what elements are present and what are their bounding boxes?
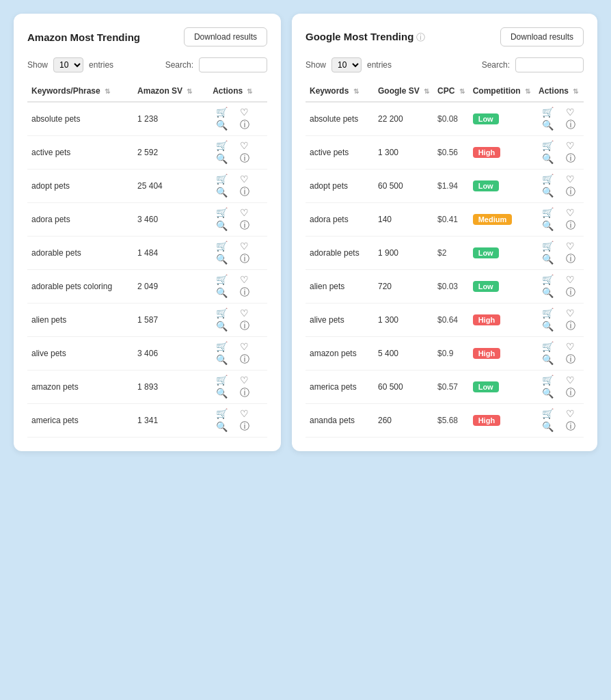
cart-icon[interactable]: 🛒	[213, 107, 231, 118]
cart-icon[interactable]: 🛒	[213, 274, 231, 285]
cart-icon[interactable]: 🛒	[213, 207, 231, 218]
cart-icon[interactable]: 🛒	[539, 408, 557, 419]
cart-icon[interactable]: 🛒	[539, 107, 557, 118]
search-icon[interactable]: 🔍	[213, 420, 231, 433]
cart-icon[interactable]: 🛒	[539, 174, 557, 185]
search-icon[interactable]: 🔍	[539, 420, 557, 433]
heart-icon[interactable]: ♡	[235, 341, 254, 352]
search-icon[interactable]: 🔍	[539, 320, 557, 332]
info-icon[interactable]: ⓘ	[235, 286, 254, 299]
amazon-table-controls: Show 10 25 50 entries Search:	[27, 57, 267, 72]
heart-icon[interactable]: ♡	[561, 375, 580, 386]
competition-badge: High	[473, 314, 500, 325]
info-icon[interactable]: ⓘ	[235, 119, 254, 131]
amazon-download-button[interactable]: Download results	[184, 27, 267, 46]
heart-icon[interactable]: ♡	[235, 274, 254, 285]
sort-icon[interactable]: ⇅	[187, 88, 192, 95]
heart-icon[interactable]: ♡	[235, 140, 254, 151]
heart-icon[interactable]: ♡	[235, 375, 254, 386]
heart-icon[interactable]: ♡	[561, 341, 580, 352]
info-icon[interactable]: ⓘ	[561, 353, 580, 366]
google-entries-select[interactable]: 10 25 50	[331, 57, 362, 72]
info-icon[interactable]: ⓘ	[561, 152, 580, 165]
search-icon[interactable]: 🔍	[213, 186, 231, 198]
search-icon[interactable]: 🔍	[213, 286, 231, 299]
cart-icon[interactable]: 🛒	[213, 308, 231, 319]
search-icon[interactable]: 🔍	[213, 353, 231, 366]
sort-icon[interactable]: ⇅	[247, 88, 252, 95]
info-icon[interactable]: ⓘ	[235, 186, 254, 198]
search-icon[interactable]: 🔍	[213, 219, 231, 232]
info-icon[interactable]: ⓘ	[561, 420, 580, 433]
search-icon[interactable]: 🔍	[539, 253, 557, 265]
heart-icon[interactable]: ♡	[561, 207, 580, 218]
sort-icon[interactable]: ⇅	[424, 88, 429, 95]
cart-icon[interactable]: 🛒	[539, 375, 557, 386]
heart-icon[interactable]: ♡	[235, 174, 254, 185]
sort-icon[interactable]: ⇅	[459, 88, 465, 95]
search-icon[interactable]: 🔍	[213, 320, 231, 332]
sv-cell: 3 406	[133, 337, 208, 371]
info-icon[interactable]: ⓘ	[235, 420, 254, 433]
search-icon[interactable]: 🔍	[539, 119, 557, 131]
heart-icon[interactable]: ♡	[561, 274, 580, 285]
heart-icon[interactable]: ♡	[561, 140, 580, 151]
search-icon[interactable]: 🔍	[213, 119, 231, 131]
search-icon[interactable]: 🔍	[539, 353, 557, 366]
cart-icon[interactable]: 🛒	[213, 140, 231, 151]
heart-icon[interactable]: ♡	[561, 408, 580, 419]
info-icon[interactable]: ⓘ	[561, 387, 580, 399]
cart-icon[interactable]: 🛒	[539, 274, 557, 285]
info-icon[interactable]: ⓘ	[235, 320, 254, 332]
search-icon[interactable]: 🔍	[213, 387, 231, 399]
heart-icon[interactable]: ♡	[235, 207, 254, 218]
heart-icon[interactable]: ♡	[561, 174, 580, 185]
cart-icon[interactable]: 🛒	[539, 308, 557, 319]
google-search-input[interactable]	[515, 57, 584, 72]
google-download-button[interactable]: Download results	[500, 27, 584, 46]
info-icon[interactable]: ⓘ	[235, 353, 254, 366]
actions-cell: 🛒 ♡ 🔍 ⓘ	[534, 404, 584, 438]
search-icon[interactable]: 🔍	[539, 186, 557, 198]
search-icon[interactable]: 🔍	[539, 387, 557, 399]
heart-icon[interactable]: ♡	[561, 107, 580, 118]
search-icon[interactable]: 🔍	[539, 286, 557, 299]
info-icon[interactable]: ⓘ	[235, 387, 254, 399]
info-icon[interactable]: ⓘ	[561, 119, 580, 131]
cart-icon[interactable]: 🛒	[539, 140, 557, 151]
cart-icon[interactable]: 🛒	[539, 207, 557, 218]
heart-icon[interactable]: ♡	[235, 408, 254, 419]
cart-icon[interactable]: 🛒	[539, 341, 557, 352]
heart-icon[interactable]: ♡	[561, 241, 580, 252]
info-icon[interactable]: ⓘ	[561, 186, 580, 198]
cart-icon[interactable]: 🛒	[213, 341, 231, 352]
amazon-search-input[interactable]	[199, 57, 267, 72]
info-icon[interactable]: ⓘ	[235, 219, 254, 232]
search-icon[interactable]: 🔍	[539, 152, 557, 165]
info-icon[interactable]: ⓘ	[561, 286, 580, 299]
cart-icon[interactable]: 🛒	[213, 241, 231, 252]
sort-icon[interactable]: ⇅	[105, 88, 110, 95]
info-icon[interactable]: ⓘ	[235, 152, 254, 165]
info-icon[interactable]: ⓘ	[235, 253, 254, 265]
info-icon[interactable]: ⓘ	[561, 320, 580, 332]
heart-icon[interactable]: ♡	[235, 107, 254, 118]
table-row: ananda pets 260 $5.68 High 🛒 ♡ 🔍 ⓘ	[306, 404, 584, 438]
cpc-cell: $0.08	[433, 102, 469, 136]
search-icon[interactable]: 🔍	[213, 253, 231, 265]
search-icon[interactable]: 🔍	[539, 219, 557, 232]
sort-icon[interactable]: ⇅	[525, 88, 530, 95]
heart-icon[interactable]: ♡	[235, 308, 254, 319]
heart-icon[interactable]: ♡	[235, 241, 254, 252]
amazon-entries-select[interactable]: 10 25 50	[53, 57, 83, 72]
search-icon[interactable]: 🔍	[213, 152, 231, 165]
cart-icon[interactable]: 🛒	[213, 408, 231, 419]
cart-icon[interactable]: 🛒	[539, 241, 557, 252]
cart-icon[interactable]: 🛒	[213, 174, 231, 185]
sort-icon[interactable]: ⇅	[573, 88, 578, 95]
cart-icon[interactable]: 🛒	[213, 375, 231, 386]
heart-icon[interactable]: ♡	[561, 308, 580, 319]
sort-icon[interactable]: ⇅	[353, 88, 359, 95]
info-icon[interactable]: ⓘ	[561, 219, 580, 232]
info-icon[interactable]: ⓘ	[561, 253, 580, 265]
